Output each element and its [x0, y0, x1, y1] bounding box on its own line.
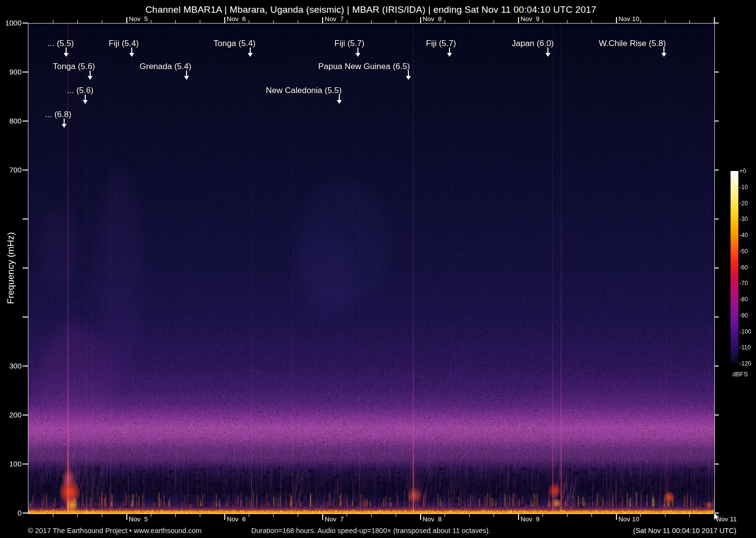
- time-minor-tick: [591, 514, 592, 517]
- time-major-tick: [126, 17, 127, 23]
- date-label-top: Nov 9: [520, 15, 540, 23]
- colorbar-tick-label: -80: [739, 296, 748, 303]
- mouse-cursor-icon: [713, 512, 720, 522]
- time-minor-tick: [543, 514, 543, 517]
- time-major-tick: [322, 17, 323, 23]
- y-axis-tick-label: 200: [0, 411, 22, 419]
- time-minor-tick: [273, 514, 274, 517]
- colorbar-tick-label: -70: [739, 280, 748, 287]
- page-title: Channel MBAR1A | Mbarara, Uganda (seismi…: [28, 4, 714, 15]
- time-major-tick: [518, 514, 519, 520]
- y-axis-tick-right: [714, 72, 719, 73]
- time-minor-tick: [102, 514, 102, 517]
- time-major-tick: [420, 17, 421, 23]
- colorbar-tick-label: -50: [739, 248, 748, 255]
- time-minor-tick: [371, 514, 372, 517]
- date-label-bottom: Nov 8: [423, 515, 442, 523]
- time-minor-tick: [494, 514, 494, 517]
- time-minor-tick: [445, 514, 445, 517]
- time-minor-tick: [298, 514, 298, 517]
- date-label-bottom: Nov 9: [520, 515, 540, 523]
- colorbar-tick-label: -20: [739, 200, 748, 207]
- date-label-bottom: Nov 5: [129, 515, 148, 523]
- duration-text: Duration=168 hours. Audio speed-up=1800×…: [28, 527, 714, 535]
- time-minor-tick: [77, 514, 78, 517]
- colorbar: [731, 171, 738, 364]
- y-axis-tick-right: [714, 366, 719, 367]
- y-axis-tick: [23, 366, 28, 367]
- y-axis-title: Frequency (mHz): [5, 232, 16, 304]
- date-label-bottom: Nov 7: [325, 515, 344, 523]
- y-axis-tick-label: 100: [0, 460, 22, 468]
- time-minor-tick: [249, 514, 249, 517]
- date-label-top: Nov 7: [325, 15, 344, 23]
- time-major-tick: [224, 17, 225, 23]
- time-minor-tick: [347, 514, 347, 517]
- y-axis-tick: [23, 317, 28, 318]
- time-major-tick: [616, 17, 617, 23]
- y-axis-tick: [23, 219, 28, 220]
- colorbar-tick-label: -30: [739, 216, 748, 222]
- timestamp-text: (Sat Nov 11 00:04:10 2017 UTC): [633, 527, 736, 535]
- y-axis-tick: [23, 268, 28, 269]
- time-major-tick: [714, 17, 715, 23]
- time-major-tick: [616, 514, 617, 520]
- colorbar-tick-label: -60: [739, 264, 748, 271]
- colorbar-tick-label: -100: [739, 328, 751, 335]
- colorbar-tick-label: -40: [739, 232, 748, 239]
- time-minor-tick: [175, 514, 176, 517]
- y-axis-tick-right: [714, 268, 719, 269]
- y-axis-tick-right: [714, 170, 719, 171]
- time-minor-tick: [151, 514, 151, 517]
- colorbar-tick-label: +0: [739, 168, 746, 174]
- y-axis-tick-right: [714, 464, 719, 465]
- time-minor-tick: [567, 514, 567, 517]
- time-minor-tick: [396, 514, 396, 517]
- time-minor-tick: [689, 514, 690, 517]
- time-major-tick: [322, 514, 323, 520]
- y-axis-tick-right: [714, 415, 719, 416]
- date-label-bottom: Nov 6: [227, 515, 246, 523]
- y-axis-tick-label: 900: [0, 68, 22, 76]
- date-label-bottom: Nov 10: [618, 515, 639, 523]
- y-axis-tick: [23, 464, 28, 465]
- colorbar-tick-label: -90: [739, 312, 748, 319]
- time-major-tick: [224, 514, 225, 520]
- y-axis-tick-label: 0: [0, 509, 22, 517]
- y-axis-tick: [23, 121, 28, 122]
- spectrogram-canvas: [28, 24, 714, 514]
- date-label-top: Nov 8: [423, 15, 442, 23]
- colorbar-unit-label: dBFS: [732, 371, 748, 378]
- y-axis-tick: [23, 72, 28, 73]
- date-label-top: Nov 10: [618, 15, 639, 23]
- colorbar-tick-label: -120: [739, 360, 751, 367]
- y-axis-tick-right: [714, 317, 719, 318]
- y-axis-tick-label: 700: [0, 166, 22, 174]
- screenshot-root: { "title": "Channel MBAR1A | Mbarara, Ug…: [0, 0, 756, 538]
- time-minor-tick: [469, 514, 470, 517]
- time-major-tick: [420, 514, 421, 520]
- y-axis-tick-right: [714, 23, 719, 24]
- time-minor-tick: [665, 514, 665, 517]
- time-major-tick: [518, 17, 519, 23]
- y-axis-tick: [23, 23, 28, 24]
- y-axis-tick-right: [714, 121, 719, 122]
- time-major-tick: [126, 514, 127, 520]
- spectrogram-plot: [28, 23, 715, 514]
- time-minor-tick: [640, 514, 641, 517]
- time-minor-tick: [200, 514, 200, 517]
- time-minor-tick: [53, 514, 53, 517]
- y-axis-tick-label: 1000: [0, 19, 22, 27]
- y-axis-tick: [23, 513, 28, 514]
- y-axis-tick: [23, 415, 28, 416]
- y-axis-tick-right: [714, 219, 719, 220]
- date-label-top: Nov 6: [227, 15, 246, 23]
- date-label-top: Nov 5: [129, 15, 148, 23]
- colorbar-tick-label: -110: [739, 344, 751, 351]
- y-axis-tick: [23, 170, 28, 171]
- y-axis-tick-label: 300: [0, 362, 22, 370]
- colorbar-tick-label: -10: [739, 184, 748, 191]
- y-axis-tick-label: 800: [0, 117, 22, 125]
